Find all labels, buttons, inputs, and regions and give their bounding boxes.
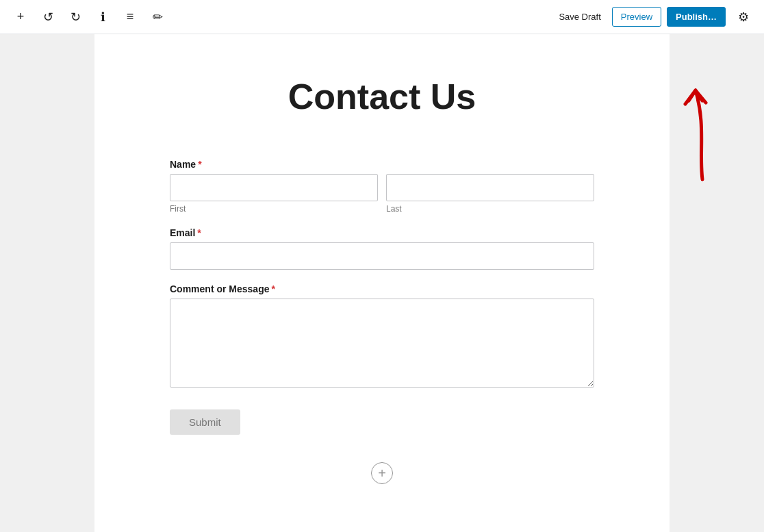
publish-button[interactable]: Publish…: [667, 7, 726, 27]
first-label: First: [170, 204, 378, 214]
settings-button[interactable]: ⚙: [731, 5, 756, 29]
add-block-toolbar-button[interactable]: +: [8, 5, 33, 29]
add-block-button[interactable]: +: [371, 462, 393, 484]
contact-form: Name* First Last Email*: [170, 159, 594, 435]
toolbar: + ↺ ↻ ℹ ≡ ✏ Save Draft Preview Publish… …: [0, 0, 764, 34]
list-icon: ≡: [127, 10, 134, 24]
edit-button[interactable]: ✏: [145, 5, 170, 29]
info-icon: ℹ: [101, 10, 105, 25]
message-textarea[interactable]: [170, 299, 594, 388]
info-button[interactable]: ℹ: [90, 5, 115, 29]
toolbar-right: Save Draft Preview Publish… ⚙: [553, 5, 756, 29]
first-name-col: First: [170, 174, 378, 214]
last-label: Last: [386, 204, 594, 214]
edit-icon: ✏: [153, 10, 163, 25]
name-required-star: *: [198, 159, 201, 170]
preview-button[interactable]: Preview: [612, 7, 661, 27]
undo-icon: ↺: [43, 10, 53, 25]
last-name-input[interactable]: [386, 174, 594, 201]
email-input[interactable]: [170, 242, 594, 270]
editor-area: Contact Us Name* First Last: [0, 34, 764, 532]
toolbar-left: + ↺ ↻ ℹ ≡ ✏: [8, 5, 553, 29]
undo-button[interactable]: ↺: [36, 5, 60, 29]
redo-icon: ↻: [71, 10, 81, 25]
submit-button[interactable]: Submit: [170, 409, 240, 435]
list-view-button[interactable]: ≡: [118, 5, 142, 29]
email-label: Email*: [170, 227, 594, 238]
add-block-area: +: [149, 462, 615, 484]
settings-icon: ⚙: [738, 10, 749, 25]
last-name-col: Last: [386, 174, 594, 214]
editor-canvas: Contact Us Name* First Last: [94, 34, 670, 532]
name-field-group: Name* First Last: [170, 159, 594, 214]
message-field-group: Comment or Message*: [170, 283, 594, 390]
name-row: First Last: [170, 174, 594, 214]
message-label: Comment or Message*: [170, 283, 594, 294]
add-icon: +: [17, 10, 25, 24]
name-label: Name*: [170, 159, 594, 170]
page-title: Contact Us: [149, 75, 615, 118]
redo-button[interactable]: ↻: [63, 5, 88, 29]
add-block-icon: +: [378, 466, 386, 480]
save-draft-button[interactable]: Save Draft: [553, 8, 606, 26]
first-name-input[interactable]: [170, 174, 378, 201]
email-required-star: *: [197, 227, 201, 238]
email-field-group: Email*: [170, 227, 594, 270]
message-required-star: *: [271, 283, 275, 294]
